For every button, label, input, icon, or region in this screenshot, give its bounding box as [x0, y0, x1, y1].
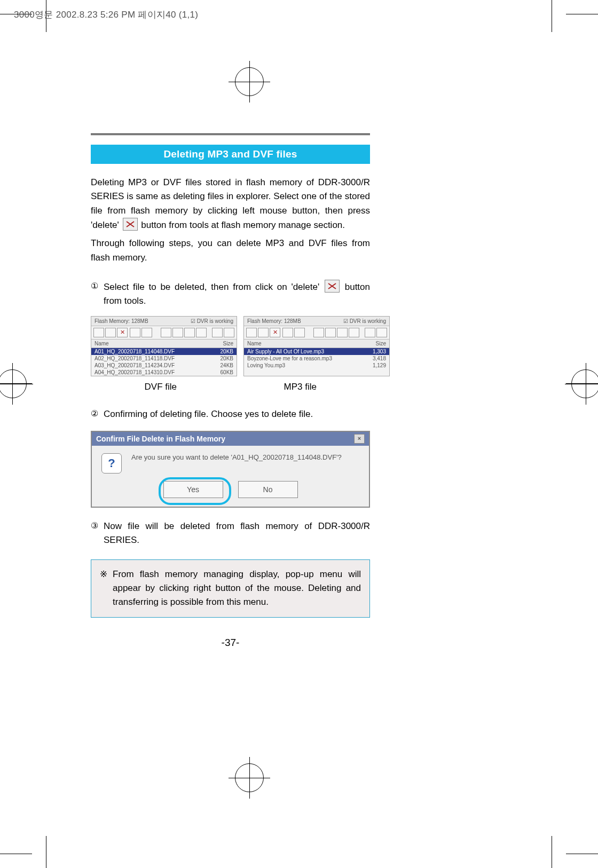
intro-paragraph: Deleting MP3 or DVF files stored in flas…: [91, 176, 370, 232]
list-item[interactable]: A04_HQ_20020718_114310.DVF 60KB: [91, 369, 237, 376]
yes-button[interactable]: Yes: [163, 481, 223, 498]
question-icon: ?: [101, 453, 122, 474]
file-name: Air Supply - All Out Of Love.mp3: [247, 349, 324, 354]
note-text: From flash memory managing display, pop-…: [113, 567, 361, 610]
note-box: ※ From flash memory managing display, po…: [91, 559, 370, 618]
step-1: ① Select file to be deleted, then from c…: [91, 280, 370, 309]
file-name: A02_HQ_20020718_114118.DVF: [95, 356, 175, 361]
file-name: A03_HQ_20020718_114234.DVF: [95, 362, 175, 368]
toolbar-button[interactable]: [161, 328, 171, 337]
toolbar-button[interactable]: [141, 328, 152, 337]
toolbar-button[interactable]: [196, 328, 207, 337]
crop-mark: [552, 836, 552, 868]
no-button[interactable]: No: [238, 481, 298, 498]
no-label: No: [263, 485, 273, 494]
step-3-marker: ③: [91, 519, 98, 548]
file-name: Boyzone-Love me for a reason.mp3: [247, 356, 332, 361]
dvf-panel-title: Flash Memory: 128MB: [95, 318, 148, 324]
caption-mp3: MP3 file: [231, 382, 371, 392]
intro-paragraph-2: Through following steps, you can delete …: [91, 236, 370, 265]
toolbar-button[interactable]: [258, 328, 269, 337]
section-title: Deleting MP3 and DVF files: [91, 145, 370, 164]
toolbar-button[interactable]: [184, 328, 195, 337]
toolbar-button[interactable]: [337, 328, 348, 337]
dvf-toolbar: ✕: [91, 326, 237, 340]
mp3-panel-title: Flash Memory: 128MB: [247, 318, 301, 324]
step-1-marker: ①: [91, 280, 98, 309]
toolbar-button[interactable]: [325, 328, 336, 337]
mp3-toolbar: ✕: [244, 326, 389, 340]
toolbar-button[interactable]: [212, 328, 223, 337]
toolbar-button[interactable]: [294, 328, 305, 337]
file-size: 24KB: [221, 362, 233, 368]
crop-mark: [46, 836, 46, 868]
register-mark-icon: [0, 369, 27, 398]
page-number: -37-: [91, 637, 370, 649]
file-size: 1,303: [373, 349, 386, 354]
dialog-title: Confirm File Delete in Flash Memory: [96, 435, 225, 443]
top-rule: [91, 133, 370, 135]
register-mark-icon: [235, 67, 264, 96]
toolbar-button[interactable]: [282, 328, 293, 337]
step-2-marker: ②: [91, 407, 98, 421]
crop-mark: [566, 14, 598, 14]
step-3-text: Now file will be deleted from flash memo…: [104, 519, 370, 548]
register-mark-icon: [571, 369, 598, 398]
file-name: A01_HQ_20020718_114048.DVF: [95, 349, 175, 354]
toolbar-button[interactable]: [172, 328, 183, 337]
delete-icon: [325, 280, 340, 293]
crop-mark: [552, 0, 552, 32]
note-marker: ※: [100, 567, 107, 610]
toolbar-button[interactable]: [224, 328, 234, 337]
screenshot-dvf-panel: Flash Memory: 128MB ☑ DVR is working ✕: [91, 316, 237, 376]
file-size: 20KB: [221, 349, 233, 354]
col-name: Name: [95, 341, 109, 346]
dialog-message: Are you sure you want to delete 'A01_HQ_…: [131, 453, 342, 461]
toolbar-delete-button[interactable]: ✕: [117, 328, 128, 337]
screenshot-mp3-panel: Flash Memory: 128MB ☑ DVR is working ✕: [243, 316, 390, 376]
col-size: Size: [223, 341, 233, 346]
toolbar-button[interactable]: [105, 328, 116, 337]
col-name: Name: [247, 341, 262, 346]
list-item[interactable]: Loving You.mp3 1,129: [244, 362, 389, 369]
toolbar-button[interactable]: [376, 328, 387, 337]
file-size: 3,418: [373, 356, 386, 361]
register-mark-icon: [235, 763, 264, 792]
file-name: A04_HQ_20020718_114310.DVF: [95, 369, 175, 375]
file-size: 1,129: [373, 362, 386, 368]
toolbar-button[interactable]: [246, 328, 257, 337]
toolbar-button[interactable]: [313, 328, 324, 337]
dvf-panel-status: ☑ DVR is working: [191, 318, 233, 324]
crop-mark: [566, 854, 598, 854]
step-2-text: Confirming of deleting file. Choose yes …: [104, 407, 313, 421]
file-name: Loving You.mp3: [247, 362, 285, 368]
yes-label: Yes: [187, 485, 199, 494]
file-size: 20KB: [221, 356, 233, 361]
list-item[interactable]: Air Supply - All Out Of Love.mp3 1,303: [244, 348, 389, 355]
delete-icon: [123, 218, 138, 231]
list-item[interactable]: A03_HQ_20020718_114234.DVF 24KB: [91, 362, 237, 369]
list-item[interactable]: Boyzone-Love me for a reason.mp3 3,418: [244, 355, 389, 362]
toolbar-button[interactable]: [130, 328, 140, 337]
toolbar-button[interactable]: [365, 328, 375, 337]
toolbar-button[interactable]: [93, 328, 104, 337]
intro-text-2: button from tools at flash memory manage…: [141, 220, 345, 230]
toolbar-button[interactable]: [349, 328, 359, 337]
close-icon[interactable]: ×: [354, 434, 365, 444]
list-item[interactable]: A02_HQ_20020718_114118.DVF 20KB: [91, 355, 237, 362]
file-size: 60KB: [221, 369, 233, 375]
confirm-delete-dialog: Confirm File Delete in Flash Memory × ? …: [91, 431, 370, 508]
list-item[interactable]: A01_HQ_20020718_114048.DVF 20KB: [91, 348, 237, 355]
toolbar-delete-button[interactable]: ✕: [270, 328, 280, 337]
caption-dvf: DVF file: [91, 382, 231, 392]
col-size: Size: [376, 341, 386, 346]
step-1-text-a: Select file to be deleted, then from cli…: [104, 282, 319, 292]
running-head: 3000영문 2002.8.23 5:26 PM 페이지40 (1,1): [14, 9, 198, 21]
crop-mark: [0, 854, 32, 854]
step-2: ② Confirming of deleting file. Choose ye…: [91, 407, 370, 421]
step-3: ③ Now file will be deleted from flash me…: [91, 519, 370, 548]
mp3-panel-status: ☑ DVR is working: [343, 318, 386, 324]
